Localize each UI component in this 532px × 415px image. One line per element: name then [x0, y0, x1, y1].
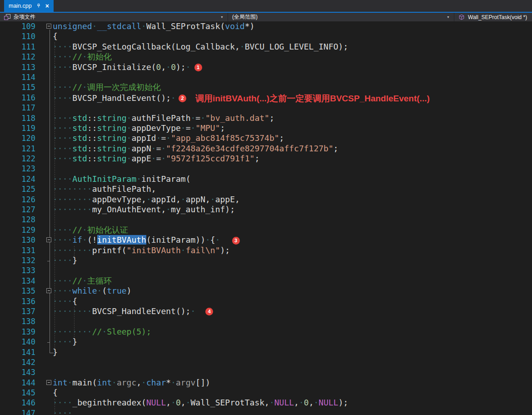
code-token: ·	[181, 123, 186, 133]
annotation-badge-2: 2	[179, 95, 186, 102]
code-token: 初始化	[87, 52, 112, 61]
code-line-129[interactable]: 129····//·初始化认证	[0, 225, 532, 235]
line-number: 138	[0, 316, 35, 326]
code-content: ····}	[53, 255, 532, 265]
code-token: BVCSP_Initialize(	[72, 62, 156, 72]
annotation-badge-4: 4	[205, 308, 213, 315]
code-content: ····}	[53, 337, 532, 347]
code-line-133[interactable]: 133	[0, 265, 532, 275]
code-line-127[interactable]: 127········my_OnAuthEvent,·my_auth_inf);	[0, 205, 532, 215]
code-token: ·	[127, 123, 132, 133]
code-token: ·	[127, 154, 132, 163]
code-line-124[interactable]: 124····AuthInitParam·initParam(	[0, 174, 532, 184]
code-token: =	[161, 133, 166, 143]
code-token: ····	[53, 174, 72, 184]
code-token: ::	[87, 133, 97, 143]
line-number: 123	[0, 164, 35, 174]
code-line-142[interactable]: 142	[0, 357, 532, 367]
code-token: ····	[53, 337, 72, 346]
code-line-121[interactable]: 121····std::string·appN·=·"f2248a26e34cd…	[0, 144, 532, 154]
project-dropdown[interactable]: 杂项文件 ▼	[0, 13, 228, 21]
code-line-135[interactable]: 135····while·(true)	[0, 286, 532, 296]
close-icon[interactable]: ×	[45, 3, 49, 9]
code-token: unsigned	[53, 21, 92, 31]
code-token: *)	[245, 21, 255, 31]
member-dropdown[interactable]: Wall_SEProtTask(void *)	[454, 13, 532, 21]
code-line-113[interactable]: 113····BVCSP_Initialize(0,·0);·1	[0, 62, 532, 72]
code-line-140[interactable]: 140····}	[0, 337, 532, 347]
code-line-141[interactable]: 141}	[0, 347, 532, 357]
code-line-143[interactable]: 143	[0, 367, 532, 377]
code-line-125[interactable]: 125········authFilePath,	[0, 184, 532, 194]
code-token: ····	[53, 113, 72, 123]
code-line-120[interactable]: 120····std::string·appId·=·"app_abc814f8…	[0, 133, 532, 143]
code-token: ::	[87, 123, 97, 133]
code-content: ····	[53, 408, 532, 415]
pin-icon[interactable]	[36, 3, 41, 9]
fold-toggle[interactable]	[46, 380, 51, 385]
fold-toggle[interactable]	[46, 288, 51, 293]
code-line-115[interactable]: 115····//·调用一次完成初始化	[0, 82, 532, 92]
code-line-131[interactable]: 131········printf("initBVAuth·fail\n");	[0, 245, 532, 255]
fold-margin	[35, 133, 53, 143]
code-token: ·	[82, 82, 87, 92]
fold-margin	[35, 72, 53, 82]
line-number: 115	[0, 82, 35, 92]
code-token: );	[220, 245, 230, 255]
code-line-109[interactable]: 109unsigned·__stdcall·Wall_SEProtTask(vo…	[0, 21, 532, 31]
code-content: ····//·初始化认证	[53, 225, 532, 235]
code-token: }	[72, 255, 77, 265]
code-line-146[interactable]: 146····_beginthreadex(NULL,·0,·Wall_SEPr…	[0, 398, 532, 408]
code-token: ·	[186, 398, 191, 407]
code-line-130[interactable]: 130····if·(!initBVAuth(initParam))·{·3	[0, 235, 532, 245]
code-line-114[interactable]: 114	[0, 72, 532, 82]
chevron-down-icon: ▼	[447, 15, 450, 19]
code-line-145[interactable]: 145{	[0, 388, 532, 398]
code-token: std	[72, 144, 87, 153]
code-line-144[interactable]: 144int·main(int·argc,·char*·argv[])	[0, 378, 532, 388]
code-line-122[interactable]: 122····std::string·appE·=·"9572f125ccd79…	[0, 154, 532, 164]
code-line-137[interactable]: 137········BVCSP_HandleEvent();·4	[0, 306, 532, 316]
code-token: ·	[200, 113, 205, 123]
code-content: ····//·主循环	[53, 276, 532, 286]
fold-margin	[35, 337, 53, 347]
fold-margin	[35, 52, 53, 62]
line-number: 113	[0, 62, 35, 72]
fold-toggle[interactable]	[46, 237, 51, 242]
code-line-123[interactable]: 123	[0, 164, 532, 174]
scope-dropdown[interactable]: (全局范围) ▼	[228, 13, 454, 21]
line-number: 117	[0, 103, 35, 113]
code-line-136[interactable]: 136····{	[0, 296, 532, 306]
code-token: initParam(	[141, 174, 190, 184]
code-line-119[interactable]: 119····std::string·appDevType·=·"MPU";	[0, 123, 532, 133]
code-line-111[interactable]: 111····BVCSP_SetLogCallback(Log_Callback…	[0, 42, 532, 52]
code-line-117[interactable]: 117	[0, 103, 532, 113]
code-token: ;	[254, 154, 259, 163]
code-line-139[interactable]: 139········//·Sleep(5);	[0, 327, 532, 337]
code-line-134[interactable]: 134····//·主循环	[0, 276, 532, 286]
code-token: ········	[53, 184, 92, 194]
code-editor[interactable]: 109unsigned·__stdcall·Wall_SEProtTask(vo…	[0, 21, 532, 415]
code-line-126[interactable]: 126········appDevType,·appId,·appN,·appE…	[0, 195, 532, 205]
code-line-132[interactable]: 132····}	[0, 255, 532, 265]
code-token: ·	[82, 225, 87, 235]
fold-toggle[interactable]	[46, 24, 51, 29]
code-token: ,	[136, 378, 141, 387]
tab-main-cpp[interactable]: main.cpp ×	[4, 0, 54, 12]
code-line-128[interactable]: 128	[0, 215, 532, 225]
line-number: 109	[0, 21, 35, 31]
fold-margin	[35, 82, 53, 92]
code-line-116[interactable]: 116····BVCSP_HandleEvent();·2调用initBVAut…	[0, 93, 532, 103]
code-line-147[interactable]: 147····	[0, 408, 532, 415]
line-number: 121	[0, 144, 35, 154]
code-line-112[interactable]: 112····//·初始化	[0, 52, 532, 62]
code-token: string	[97, 144, 127, 153]
fold-margin	[35, 154, 53, 164]
code-line-138[interactable]: 138	[0, 316, 532, 326]
code-line-118[interactable]: 118····std::string·authFilePath·=·"bv_au…	[0, 113, 532, 123]
code-token: ·	[171, 378, 176, 387]
code-line-110[interactable]: 110{	[0, 31, 532, 41]
code-token: BVCSP_HandleEvent();	[72, 93, 171, 103]
chevron-down-icon: ▼	[220, 15, 224, 19]
line-number: 135	[0, 286, 35, 296]
